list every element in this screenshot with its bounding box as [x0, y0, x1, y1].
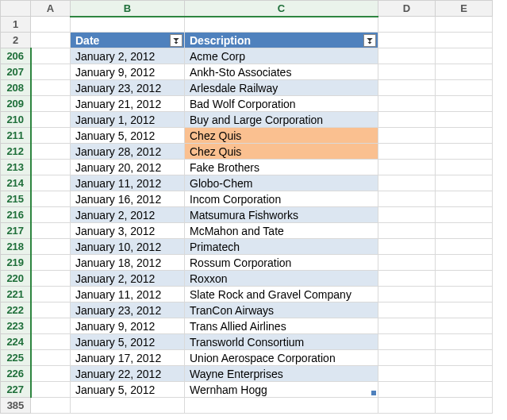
- cell-date[interactable]: January 11, 2012: [71, 175, 185, 191]
- cell-empty[interactable]: [378, 255, 436, 271]
- cell-empty[interactable]: [31, 287, 71, 302]
- cell-empty[interactable]: [436, 112, 493, 128]
- cell-date[interactable]: January 5, 2012: [71, 382, 185, 398]
- cell-description[interactable]: McMahon and Tate: [185, 223, 378, 239]
- cell-empty[interactable]: [378, 17, 436, 33]
- row-header-222[interactable]: 222: [1, 302, 31, 318]
- row-header-215[interactable]: 215: [1, 191, 31, 207]
- cell-description[interactable]: Ankh-Sto Associates: [185, 64, 378, 80]
- cell-empty[interactable]: [378, 80, 436, 96]
- cell-empty[interactable]: [436, 366, 493, 382]
- cell-empty[interactable]: [378, 271, 436, 287]
- row-header-224[interactable]: 224: [1, 334, 31, 350]
- row-header-225[interactable]: 225: [1, 350, 31, 366]
- cell-date[interactable]: January 23, 2012: [71, 80, 185, 96]
- cell-date[interactable]: January 18, 2012: [71, 255, 185, 271]
- cell-description[interactable]: Union Aerospace Corporation: [185, 350, 378, 366]
- cell-description[interactable]: Trans Allied Airlines: [185, 318, 378, 334]
- cell-empty[interactable]: [378, 96, 436, 112]
- cell-empty[interactable]: [436, 191, 493, 207]
- cell-empty[interactable]: [31, 80, 71, 96]
- cell-empty[interactable]: [378, 239, 436, 255]
- cell-date[interactable]: January 5, 2012: [71, 128, 185, 144]
- cell-empty[interactable]: [31, 160, 71, 175]
- cell-description[interactable]: TranCon Airways: [185, 302, 378, 318]
- column-header-A[interactable]: A: [31, 1, 71, 17]
- cell-empty[interactable]: [436, 160, 493, 175]
- cell-empty[interactable]: [31, 223, 71, 239]
- table-header-description[interactable]: Description: [185, 33, 378, 48]
- cell-empty[interactable]: [378, 287, 436, 302]
- cell-date[interactable]: January 21, 2012: [71, 96, 185, 112]
- row-header-220[interactable]: 220: [1, 271, 31, 287]
- cell-description[interactable]: Buy and Large Corporation: [185, 112, 378, 128]
- cell-empty[interactable]: [31, 239, 71, 255]
- row-header-217[interactable]: 217: [1, 223, 31, 239]
- cell-empty[interactable]: [378, 64, 436, 80]
- cell-empty[interactable]: [71, 398, 185, 414]
- cell-date[interactable]: January 28, 2012: [71, 144, 185, 160]
- filter-dropdown-icon[interactable]: [170, 34, 182, 47]
- cell-empty[interactable]: [378, 128, 436, 144]
- cell-empty[interactable]: [436, 48, 493, 64]
- cell-description[interactable]: Acme Corp: [185, 48, 378, 64]
- cell-description[interactable]: Fake Brothers: [185, 160, 378, 175]
- cell-date[interactable]: January 9, 2012: [71, 64, 185, 80]
- select-all-corner[interactable]: [1, 1, 31, 17]
- row-header-227[interactable]: 227: [1, 382, 31, 398]
- cell-empty[interactable]: [436, 271, 493, 287]
- cell-empty[interactable]: [436, 318, 493, 334]
- cell-empty[interactable]: [436, 207, 493, 223]
- cell-description[interactable]: Primatech: [185, 239, 378, 255]
- cell-empty[interactable]: [31, 144, 71, 160]
- cell-empty[interactable]: [436, 128, 493, 144]
- cell-empty[interactable]: [378, 334, 436, 350]
- cell-date[interactable]: January 2, 2012: [71, 207, 185, 223]
- cell-empty[interactable]: [378, 48, 436, 64]
- cell-empty[interactable]: [31, 207, 71, 223]
- cell-empty[interactable]: [31, 64, 71, 80]
- cell-empty[interactable]: [436, 287, 493, 302]
- row-header-216[interactable]: 216: [1, 207, 31, 223]
- cell-date[interactable]: January 3, 2012: [71, 223, 185, 239]
- table-header-date[interactable]: Date: [71, 33, 185, 48]
- cell-empty[interactable]: [185, 398, 378, 414]
- cell-empty[interactable]: [71, 17, 185, 33]
- cell-date[interactable]: January 11, 2012: [71, 287, 185, 302]
- cell-empty[interactable]: [31, 318, 71, 334]
- row-header-385[interactable]: 385: [1, 398, 31, 414]
- cell-empty[interactable]: [31, 33, 71, 48]
- cell-empty[interactable]: [378, 223, 436, 239]
- cell-empty[interactable]: [436, 175, 493, 191]
- row-header-208[interactable]: 208: [1, 80, 31, 96]
- cell-empty[interactable]: [31, 112, 71, 128]
- cell-date[interactable]: January 22, 2012: [71, 366, 185, 382]
- cell-description[interactable]: Transworld Consortium: [185, 334, 378, 350]
- row-header-209[interactable]: 209: [1, 96, 31, 112]
- cell-empty[interactable]: [31, 17, 71, 33]
- cell-empty[interactable]: [436, 398, 493, 414]
- cell-empty[interactable]: [378, 302, 436, 318]
- row-header-2[interactable]: 2: [1, 33, 31, 48]
- cell-empty[interactable]: [31, 398, 71, 414]
- row-header-223[interactable]: 223: [1, 318, 31, 334]
- cell-empty[interactable]: [378, 160, 436, 175]
- cell-empty[interactable]: [31, 382, 71, 398]
- row-header-219[interactable]: 219: [1, 255, 31, 271]
- cell-empty[interactable]: [436, 33, 493, 48]
- cell-empty[interactable]: [436, 302, 493, 318]
- column-header-D[interactable]: D: [378, 1, 436, 17]
- row-header-210[interactable]: 210: [1, 112, 31, 128]
- cell-empty[interactable]: [31, 128, 71, 144]
- cell-empty[interactable]: [436, 17, 493, 33]
- cell-empty[interactable]: [436, 64, 493, 80]
- cell-empty[interactable]: [378, 398, 436, 414]
- row-header-1[interactable]: 1: [1, 17, 31, 33]
- cell-date[interactable]: January 17, 2012: [71, 350, 185, 366]
- cell-empty[interactable]: [31, 191, 71, 207]
- row-header-221[interactable]: 221: [1, 287, 31, 302]
- cell-empty[interactable]: [378, 175, 436, 191]
- cell-empty[interactable]: [378, 350, 436, 366]
- cell-empty[interactable]: [436, 350, 493, 366]
- cell-empty[interactable]: [436, 144, 493, 160]
